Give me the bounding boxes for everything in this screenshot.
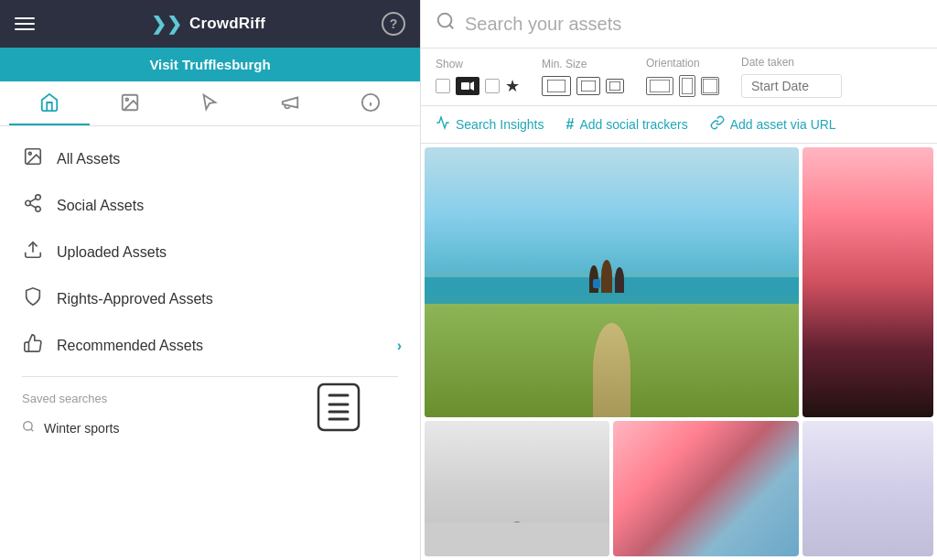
search-bar: [436, 11, 922, 37]
orientation-label: Orientation: [646, 57, 719, 70]
tab-gallery[interactable]: [90, 81, 170, 125]
logo-area: ❯❯ CrowdRiff: [151, 13, 265, 35]
hamburger-menu[interactable]: [15, 17, 35, 30]
search-insights-link[interactable]: Search Insights: [436, 115, 544, 134]
show-all-checkbox[interactable]: [436, 79, 450, 93]
add-asset-url-label: Add asset via URL: [730, 117, 836, 132]
help-button[interactable]: ?: [382, 12, 405, 36]
show-label: Show: [436, 58, 520, 70]
add-social-trackers-label: Add social trackers: [579, 117, 687, 132]
small-photo-1[interactable]: [425, 421, 609, 556]
sidebar-item-all-assets[interactable]: All Assets: [0, 135, 420, 182]
search-icon: [436, 11, 456, 37]
recommended-assets-label: Recommended Assets: [57, 338, 203, 354]
show-controls: ★: [436, 76, 520, 96]
logo-text: CrowdRiff: [189, 15, 265, 33]
menu-divider: [22, 376, 398, 377]
min-size-controls: [542, 76, 624, 96]
show-video-btn[interactable]: [456, 77, 479, 95]
orientation-filter-group: Orientation: [646, 57, 719, 97]
saved-search-winter-sports[interactable]: Winter sports: [0, 413, 420, 443]
sidebar-header: ❯❯ CrowdRiff ?: [0, 0, 420, 48]
logo-chevron-icon: ❯❯: [151, 13, 182, 35]
show-starred-btn[interactable]: ★: [505, 76, 520, 96]
share-icon: [22, 193, 44, 218]
svg-line-21: [449, 25, 453, 28]
date-input[interactable]: [741, 74, 842, 98]
tab-megaphone[interactable]: [250, 81, 330, 125]
add-social-trackers-link[interactable]: # Add social trackers: [566, 116, 688, 133]
main-photo[interactable]: [425, 147, 799, 417]
sidebar-item-social-assets[interactable]: Social Assets: [0, 182, 420, 229]
tab-info[interactable]: [330, 81, 411, 125]
svg-line-11: [30, 199, 36, 202]
svg-line-10: [30, 204, 36, 208]
orient-portrait-btn[interactable]: [679, 75, 695, 97]
orient-landscape-btn[interactable]: [646, 77, 673, 95]
svg-rect-22: [461, 82, 469, 90]
search-insights-label: Search Insights: [456, 117, 544, 132]
sidebar-item-recommended-assets[interactable]: Recommended Assets ›: [0, 322, 420, 369]
search-input[interactable]: [465, 14, 922, 35]
svg-point-9: [36, 207, 41, 212]
thumbsup-icon: [22, 333, 44, 358]
svg-line-14: [31, 429, 34, 432]
chart-icon: [436, 115, 450, 134]
saved-searches-label: Saved searches: [0, 384, 420, 413]
min-size-label: Min. Size: [542, 58, 624, 70]
show-image-checkbox[interactable]: [485, 79, 500, 93]
right-photo-bot[interactable]: [802, 421, 933, 556]
hash-icon: #: [566, 116, 575, 133]
size-medium-btn[interactable]: [576, 77, 600, 95]
orient-square-btn[interactable]: [701, 77, 719, 95]
orientation-controls: [646, 75, 719, 97]
nav-tabs: [0, 81, 420, 126]
image-icon: [22, 146, 44, 171]
nav-menu: All Assets Social Assets: [0, 126, 420, 560]
svg-point-7: [36, 195, 41, 200]
svg-rect-28: [682, 78, 693, 94]
search-small-icon: [22, 420, 35, 436]
tab-cursor[interactable]: [170, 81, 251, 125]
show-filter-group: Show ★: [436, 58, 520, 96]
sidebar: ❯❯ CrowdRiff ? Visit Trufflesburgh: [0, 0, 421, 560]
svg-rect-27: [650, 80, 670, 92]
add-asset-url-link[interactable]: Add asset via URL: [710, 115, 836, 134]
size-large-btn[interactable]: [542, 76, 571, 96]
search-bar-area: [421, 0, 937, 48]
filter-bar: Show ★ Min. Size: [421, 48, 937, 106]
sidebar-item-rights-approved-assets[interactable]: Rights-Approved Assets: [0, 275, 420, 322]
link-icon: [710, 115, 725, 134]
svg-point-13: [24, 422, 32, 430]
main-content: Show ★ Min. Size: [421, 0, 937, 560]
uploaded-assets-label: Uploaded Assets: [57, 244, 167, 261]
svg-rect-24: [547, 80, 565, 92]
upload-icon: [22, 240, 44, 264]
social-assets-label: Social Assets: [57, 198, 144, 214]
image-grid: [421, 144, 937, 560]
svg-rect-25: [581, 81, 596, 92]
all-assets-label: All Assets: [57, 151, 120, 167]
svg-point-20: [438, 14, 452, 27]
sidebar-item-uploaded-assets[interactable]: Uploaded Assets: [0, 229, 420, 275]
svg-point-8: [26, 200, 31, 206]
date-taken-label: Date taken: [741, 56, 842, 69]
shield-icon: [22, 286, 44, 311]
svg-point-1: [125, 98, 128, 101]
actions-bar: Search Insights # Add social trackers Ad…: [421, 106, 937, 144]
date-filter-group: Date taken: [741, 56, 842, 98]
size-small-btn[interactable]: [606, 79, 624, 93]
svg-marker-23: [470, 81, 474, 91]
visit-banner[interactable]: Visit Trufflesburgh: [0, 48, 420, 81]
min-size-filter-group: Min. Size: [542, 58, 624, 96]
rights-approved-assets-label: Rights-Approved Assets: [57, 291, 213, 307]
svg-point-6: [28, 152, 31, 155]
right-photo-top[interactable]: [802, 147, 933, 417]
svg-rect-29: [703, 79, 717, 93]
saved-search-label: Winter sports: [44, 421, 119, 436]
tab-home[interactable]: [9, 81, 90, 125]
chevron-right-icon: ›: [397, 338, 402, 354]
svg-rect-26: [609, 81, 620, 91]
small-photo-2[interactable]: [613, 421, 798, 556]
